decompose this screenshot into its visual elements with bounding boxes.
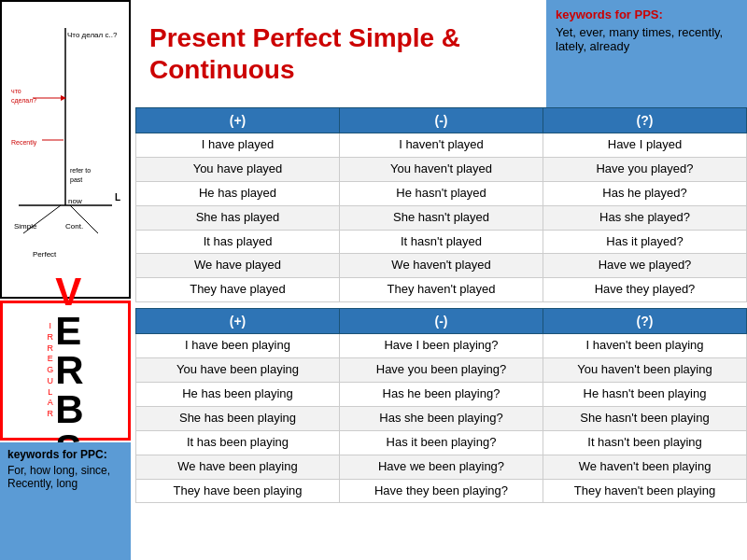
keywords-ppc-content: For, how long, since, Recently, long bbox=[7, 464, 123, 490]
table-row: You have played bbox=[136, 157, 340, 181]
table-row: You haven't played bbox=[340, 157, 543, 181]
table-row: Has she been playing? bbox=[340, 406, 543, 430]
page-title: Present Perfect Simple & Continuous bbox=[149, 22, 509, 85]
page-title-area: Present Perfect Simple & Continuous bbox=[135, 0, 523, 107]
table-row: Has he been playing? bbox=[340, 383, 543, 407]
table-row: I haven't been playing bbox=[543, 334, 747, 358]
table-row: He hasn't played bbox=[340, 181, 543, 205]
pps-header-q: (?) bbox=[543, 108, 747, 133]
table-row: Have we been playing? bbox=[340, 455, 543, 479]
table-row: Have I played bbox=[543, 133, 747, 158]
table-row: It has played bbox=[136, 230, 340, 254]
table-row: You haven't been playing bbox=[543, 358, 747, 383]
table-row: I have played bbox=[136, 133, 340, 158]
table-row: We have been playing bbox=[136, 455, 340, 479]
table-row: Has she played? bbox=[543, 205, 747, 230]
keywords-pps-title: keywords for PPS: bbox=[556, 7, 738, 21]
irregular-verbs-box: I R R E G U L A R V E R B S bbox=[0, 301, 131, 441]
svg-text:Simple: Simple bbox=[14, 222, 37, 231]
table-row: She has been playing bbox=[136, 406, 340, 430]
pps-header-pos: (+) bbox=[136, 108, 340, 133]
table-row: They haven't been playing bbox=[543, 479, 747, 503]
table-row: They have played bbox=[136, 278, 340, 302]
svg-text:Cont.: Cont. bbox=[65, 222, 83, 231]
table-row: He hasn't been playing bbox=[543, 383, 747, 407]
svg-text:L: L bbox=[115, 192, 120, 203]
table-row: Have we played? bbox=[543, 254, 747, 278]
table-row: Have they been playing? bbox=[340, 479, 543, 503]
keywords-ppc-title: keywords for PPC: bbox=[7, 448, 123, 461]
ppc-header-neg: (-) bbox=[340, 309, 543, 334]
ppc-table: (+) (-) (?) I have been playingHave I be… bbox=[135, 308, 747, 503]
svg-text:refer to: refer to bbox=[70, 167, 91, 174]
table-row: It hasn't been playing bbox=[543, 430, 747, 455]
table-row: It hasn't played bbox=[340, 230, 543, 254]
svg-line-15 bbox=[23, 205, 61, 233]
table-row: I haven't played bbox=[340, 133, 543, 158]
table-row: She hasn't played bbox=[340, 205, 543, 230]
svg-text:now: now bbox=[68, 197, 82, 205]
table-row: She has played bbox=[136, 205, 340, 230]
irr-word: V E R B S bbox=[55, 273, 83, 469]
keywords-pps-box: keywords for PPS: Yet, ever, many times,… bbox=[546, 0, 747, 121]
pps-header-neg: (-) bbox=[340, 108, 543, 133]
tables-area: (+) (-) (?) I have playedI haven't playe… bbox=[135, 107, 747, 509]
pps-table: (+) (-) (?) I have playedI haven't playe… bbox=[135, 107, 747, 302]
svg-text:Perfect: Perfect bbox=[33, 250, 57, 259]
svg-text:Что делал с..?: Что делал с..? bbox=[67, 31, 118, 39]
table-row: They haven't played bbox=[340, 278, 543, 302]
keywords-ppc-box: keywords for PPC: For, how long, since, … bbox=[0, 442, 131, 560]
table-row: We haven't been playing bbox=[543, 455, 747, 479]
svg-text:что: что bbox=[11, 88, 21, 94]
table-row: Have you been playing? bbox=[340, 358, 543, 383]
ppc-header-q: (?) bbox=[543, 309, 747, 334]
svg-text:Recently: Recently bbox=[11, 139, 37, 147]
table-row: Have they played? bbox=[543, 278, 747, 302]
svg-text:past: past bbox=[70, 176, 82, 184]
irr-letters: I R R E G U L A R bbox=[47, 321, 53, 419]
diagram-area: Что делал с..? что сделал? Recently now … bbox=[0, 0, 131, 299]
table-row: She hasn't been playing bbox=[543, 406, 747, 430]
table-row: You have been playing bbox=[136, 358, 340, 383]
table-row: It has been playing bbox=[136, 430, 340, 455]
ppc-header-pos: (+) bbox=[136, 309, 340, 334]
keywords-pps-content: Yet, ever, many times, recently, lately,… bbox=[556, 25, 738, 53]
table-row: Have you played? bbox=[543, 157, 747, 181]
table-row: Has it been playing? bbox=[340, 430, 543, 455]
table-row: I have been playing bbox=[136, 334, 340, 358]
table-row: They have been playing bbox=[136, 479, 340, 503]
table-row: We haven't played bbox=[340, 254, 543, 278]
table-row: He has been playing bbox=[136, 383, 340, 407]
table-row: Has it played? bbox=[543, 230, 747, 254]
table-row: Have I been playing? bbox=[340, 334, 543, 358]
table-row: He has played bbox=[136, 181, 340, 205]
table-row: Has he played? bbox=[543, 181, 747, 205]
table-row: We have played bbox=[136, 254, 340, 278]
